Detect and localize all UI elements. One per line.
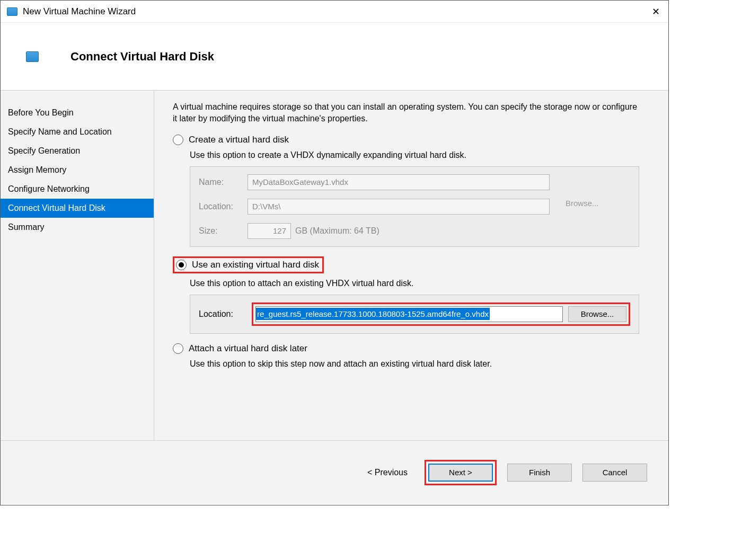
option-existing-row: Use an existing virtual hard disk (173, 256, 639, 273)
monitor-icon (26, 51, 39, 62)
name-label: Name: (199, 177, 248, 187)
wizard-content: A virtual machine requires storage so th… (154, 91, 668, 440)
option-existing-label: Use an existing virtual hard disk (192, 260, 319, 270)
wizard-body: Before You Begin Specify Name and Locati… (1, 91, 668, 440)
finish-button[interactable]: Finish (507, 464, 572, 482)
step-summary[interactable]: Summary (1, 218, 154, 237)
intro-text: A virtual machine requires storage so th… (173, 101, 639, 125)
existing-browse-button[interactable]: Browse... (568, 306, 626, 322)
step-assign-memory[interactable]: Assign Memory (1, 161, 154, 180)
existing-panel: Location: re_guest.rs5_release.17733.100… (190, 295, 639, 334)
step-specify-name-location[interactable]: Specify Name and Location (1, 122, 154, 141)
highlight-existing-option: Use an existing virtual hard disk (173, 256, 324, 273)
size-suffix: GB (Maximum: 64 TB) (295, 226, 379, 236)
create-location-label: Location: (199, 202, 248, 211)
create-browse-button: Browse... (559, 199, 612, 215)
wizard-header: Connect Virtual Hard Disk (1, 23, 668, 91)
cancel-button[interactable]: Cancel (582, 464, 647, 482)
radio-existing[interactable] (176, 260, 187, 270)
window-title: New Virtual Machine Wizard (23, 6, 136, 17)
radio-later[interactable] (173, 343, 183, 354)
step-connect-virtual-hard-disk[interactable]: Connect Virtual Hard Disk (1, 199, 154, 218)
highlight-next: Next > (425, 460, 497, 485)
option-create-row: Create a virtual hard disk (173, 135, 639, 145)
option-later-desc: Use this option to skip this step now an… (190, 359, 639, 369)
existing-location-label: Location: (199, 309, 252, 319)
highlight-existing-location: re_guest.rs5_release.17733.1000.180803-1… (252, 303, 630, 326)
previous-button[interactable]: < Previous (367, 468, 408, 477)
existing-location-field[interactable]: re_guest.rs5_release.17733.1000.180803-1… (255, 306, 563, 322)
name-field (248, 174, 550, 190)
wizard-footer: < Previous Next > Finish Cancel (1, 440, 668, 504)
radio-create[interactable] (173, 135, 183, 145)
option-existing-desc: Use this option to attach an existing VH… (190, 279, 639, 288)
wizard-sidebar: Before You Begin Specify Name and Locati… (1, 91, 154, 440)
create-panel: Name: Location: Browse... Size: GB (Maxi… (190, 166, 639, 247)
option-create-label: Create a virtual hard disk (189, 135, 289, 145)
next-button[interactable]: Next > (428, 464, 493, 482)
existing-location-value: re_guest.rs5_release.17733.1000.180803-1… (256, 308, 490, 320)
titlebar: New Virtual Machine Wizard ✕ (1, 1, 668, 23)
size-field (248, 223, 291, 239)
app-icon (7, 7, 17, 16)
step-specify-generation[interactable]: Specify Generation (1, 141, 154, 161)
option-later-row: Attach a virtual hard disk later (173, 343, 639, 354)
option-later-label: Attach a virtual hard disk later (189, 343, 307, 354)
page-title: Connect Virtual Hard Disk (70, 50, 214, 64)
close-icon[interactable]: ✕ (650, 4, 662, 20)
option-create-desc: Use this option to create a VHDX dynamic… (190, 150, 639, 160)
step-configure-networking[interactable]: Configure Networking (1, 180, 154, 199)
create-location-field (248, 199, 550, 215)
size-label: Size: (199, 226, 248, 236)
step-before-you-begin[interactable]: Before You Begin (1, 103, 154, 122)
